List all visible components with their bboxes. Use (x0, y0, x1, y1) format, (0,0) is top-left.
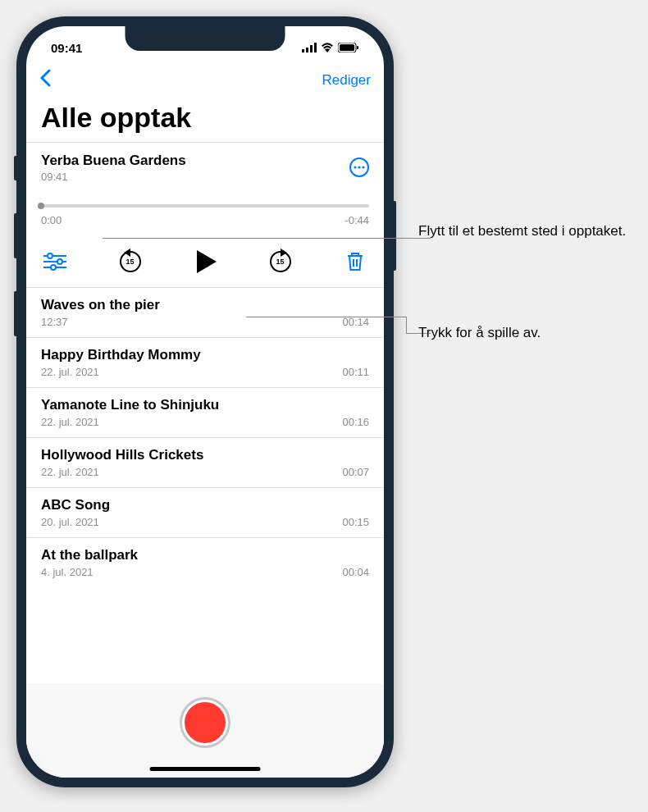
recording-duration: 00:15 (342, 516, 369, 528)
wifi-icon (321, 41, 334, 55)
svg-point-15 (51, 265, 56, 270)
list-item[interactable]: Waves on the pier 12:37 00:14 (26, 287, 384, 337)
recording-date: 22. jul. 2021 (41, 466, 99, 478)
svg-rect-6 (357, 46, 358, 49)
cellular-icon (302, 41, 317, 55)
status-time: 09:41 (51, 41, 82, 55)
more-button[interactable] (349, 157, 369, 177)
record-button[interactable] (182, 700, 228, 746)
nav-bar: Rediger (26, 62, 384, 98)
callout-play: Trykk for å spille av. (418, 325, 541, 341)
time-elapsed: 0:00 (41, 214, 62, 226)
page-title: Alle opptak (26, 98, 384, 142)
svg-point-11 (48, 253, 52, 258)
svg-rect-5 (340, 44, 354, 51)
recording-date: 12:37 (41, 316, 68, 328)
recording-duration: 00:16 (342, 416, 369, 428)
selected-recording[interactable]: Yerba Buena Gardens 09:41 0:00 -0:44 (26, 142, 384, 287)
svg-point-13 (57, 259, 62, 264)
recording-duration: 00:14 (342, 316, 369, 328)
playback-scrubber[interactable] (41, 204, 369, 208)
recording-title: ABC Song (41, 497, 369, 513)
recording-duration: 00:07 (342, 466, 369, 478)
bottom-toolbar (26, 683, 384, 778)
list-item[interactable]: At the ballpark 4. jul. 2021 00:04 (26, 537, 384, 587)
recording-date: 22. jul. 2021 (41, 366, 99, 378)
skip-forward-button[interactable]: 15 (267, 248, 294, 276)
list-item[interactable]: Happy Birthday Mommy 22. jul. 2021 00:11 (26, 337, 384, 387)
phone-frame: 09:41 Rediger Alle opptak (16, 16, 394, 787)
play-icon (197, 250, 217, 273)
svg-rect-1 (306, 48, 308, 52)
recording-title: Waves on the pier (41, 297, 369, 313)
list-item[interactable]: Hollywood Hills Crickets 22. jul. 2021 0… (26, 437, 384, 487)
list-item[interactable]: Yamanote Line to Shinjuku 22. jul. 2021 … (26, 387, 384, 437)
recording-date: 4. jul. 2021 (41, 566, 94, 578)
home-indicator[interactable] (150, 767, 261, 771)
battery-icon (338, 41, 359, 55)
play-button[interactable] (191, 248, 219, 276)
callout-scrubber: Flytt til et bestemt sted i opptaket. (418, 223, 626, 239)
options-button[interactable] (41, 248, 69, 276)
selected-subtitle: 09:41 (41, 171, 186, 183)
recording-date: 20. jul. 2021 (41, 516, 99, 528)
recording-title: Yamanote Line to Shinjuku (41, 397, 369, 413)
recording-date: 22. jul. 2021 (41, 416, 99, 428)
svg-point-8 (358, 166, 360, 168)
delete-button[interactable] (341, 248, 369, 276)
svg-rect-0 (302, 49, 304, 52)
annotations: Flytt til et bestemt sted i opptaket. Tr… (418, 16, 632, 787)
svg-rect-3 (314, 43, 317, 52)
back-button[interactable] (39, 69, 51, 92)
screen: 09:41 Rediger Alle opptak (26, 26, 384, 778)
svg-rect-2 (310, 45, 313, 52)
recording-title: Happy Birthday Mommy (41, 347, 369, 363)
time-remaining: -0:44 (345, 214, 369, 226)
recording-duration: 00:04 (342, 566, 369, 578)
svg-point-7 (354, 166, 356, 168)
selected-title: Yerba Buena Gardens (41, 153, 186, 169)
list-item[interactable]: ABC Song 20. jul. 2021 00:15 (26, 487, 384, 537)
edit-button[interactable]: Rediger (322, 72, 371, 89)
recording-title: At the ballpark (41, 547, 369, 563)
svg-point-9 (362, 166, 364, 168)
recording-duration: 00:11 (342, 366, 369, 378)
recordings-list[interactable]: Waves on the pier 12:37 00:14 Happy Birt… (26, 287, 384, 641)
notch (125, 26, 285, 51)
scrubber-knob[interactable] (38, 203, 44, 209)
recording-title: Hollywood Hills Crickets (41, 447, 369, 463)
skip-back-button[interactable]: 15 (116, 248, 144, 276)
